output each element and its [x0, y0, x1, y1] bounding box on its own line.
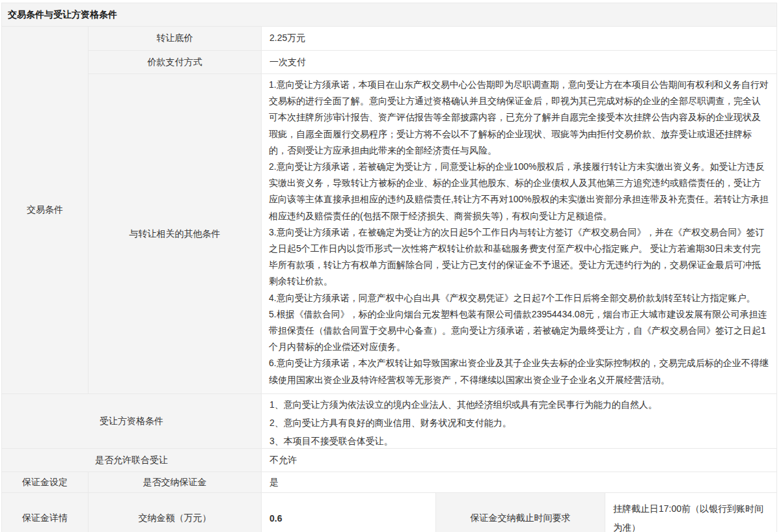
row-deposit-details: 保证金详情 交纳金额（万元） 0.6 保证金交纳截止时间要求 挂牌截止日17:0…: [2, 493, 777, 532]
payment-method-label: 价款支付方式: [89, 51, 262, 74]
transferee-qualifications-value: 1、意向受让方须为依法设立的境内企业法人、其他经济组织或具有完全民事行为能力的自…: [262, 394, 777, 449]
condition-paragraph: 5.根据《借款合同》，标的企业向烟台元发塑料包装有限公司借款23954434.0…: [269, 306, 769, 356]
transfer-base-price-value: 2.25万元: [262, 27, 777, 51]
joint-transfer-value: 不允许: [262, 449, 777, 472]
table-header-row: 交易条件与受让方资格条件: [2, 3, 777, 27]
other-conditions-text: 1.意向受让方须承诺，本项目在山东产权交易中心公告期即为尽职调查期，意向受让方在…: [269, 77, 769, 391]
qualification-list: 1、意向受让方须为依法设立的境内企业法人、其他经济组织或具有完全民事行为能力的自…: [269, 395, 769, 447]
deposit-required-label: 是否交纳保证金: [89, 472, 262, 493]
deposit-details-group-label: 保证金详情: [2, 493, 89, 532]
conditions-table: 交易条件与受让方资格条件 交易条件 转让底价 2.25万元 价款支付方式 一次支…: [1, 3, 777, 532]
other-conditions-label: 与转让相关的其他条件: [89, 74, 262, 394]
other-conditions-value: 1.意向受让方须承诺，本项目在山东产权交易中心公告期即为尽职调查期，意向受让方在…: [262, 74, 777, 394]
row-deposit-setting: 保证金设定 是否交纳保证金 是: [2, 472, 777, 493]
page-title: 交易条件与受让方资格条件: [2, 3, 777, 27]
deposit-amount-label: 交纳金额（万元）: [89, 493, 262, 532]
transfer-base-price-label: 转让底价: [89, 27, 262, 51]
condition-paragraph: 3.意向受让方须承诺，在被确定为受让方的次日起5个工作日内与转让方签订《产权交易…: [269, 224, 769, 290]
row-payment-method: 价款支付方式 一次支付: [2, 51, 777, 74]
row-joint-transfer: 是否允许联合受让 不允许: [2, 449, 777, 472]
condition-paragraph: 1.意向受让方须承诺，本项目在山东产权交易中心公告期即为尽职调查期，意向受让方在…: [269, 77, 769, 159]
deposit-deadline-value: 挂牌截止日17:00前（以银行到账时间为准）: [605, 493, 777, 532]
qualification-item: 1、意向受让方须为依法设立的境内企业法人、其他经济组织或具有完全民事行为能力的自…: [269, 395, 769, 414]
row-transfer-base-price: 交易条件 转让底价 2.25万元: [2, 27, 777, 51]
condition-paragraph: 4.意向受让方须承诺，同意产权中心自出具《产权交易凭证》之日起7个工作日后将全部…: [269, 290, 769, 306]
page: 交易条件与受让方资格条件 交易条件 转让底价 2.25万元 价款支付方式 一次支…: [0, 0, 783, 532]
trade-conditions-group-label: 交易条件: [2, 27, 89, 394]
deposit-amount-value: 0.6: [262, 493, 436, 532]
qualification-item: 2、意向受让方具有良好的商业信用、财务状况和支付能力。: [269, 414, 769, 432]
deposit-deadline-label: 保证金交纳截止时间要求: [436, 493, 605, 532]
condition-paragraph: 6.意向受让方须承诺，本次产权转让如导致国家出资企业及其子企业失去标的企业实际控…: [269, 355, 769, 388]
row-transferee-qualifications: 受让方资格条件 1、意向受让方须为依法设立的境内企业法人、其他经济组织或具有完全…: [2, 394, 777, 449]
payment-method-value: 一次支付: [262, 51, 777, 74]
deposit-required-value: 是: [262, 472, 777, 493]
row-other-conditions: 与转让相关的其他条件 1.意向受让方须承诺，本项目在山东产权交易中心公告期即为尽…: [2, 74, 777, 394]
joint-transfer-label: 是否允许联合受让: [2, 449, 262, 472]
deposit-setting-group-label: 保证金设定: [2, 472, 89, 493]
transferee-qualifications-label: 受让方资格条件: [2, 394, 262, 449]
condition-paragraph: 2.意向受让方须承诺，若被确定为受让方，同意受让标的企业100%股权后，承接履行…: [269, 159, 769, 224]
qualification-item: 3、本项目不接受联合体受让。: [269, 432, 769, 447]
